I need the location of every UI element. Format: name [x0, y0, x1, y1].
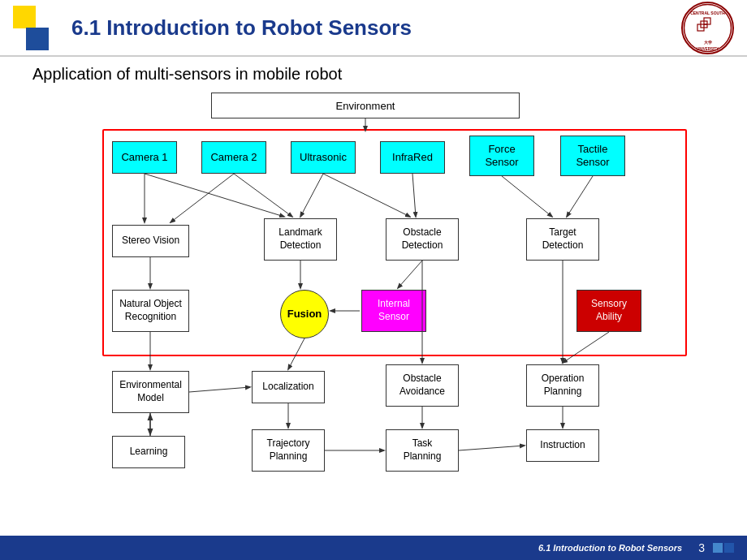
sensor-tactile: TactileSensor [560, 136, 625, 176]
page-title: 6.1 Introduction to Robot Sensors [71, 15, 681, 41]
footer-squares [713, 543, 734, 553]
svg-line-26 [189, 387, 250, 392]
university-logo: CENTRAL SOUTH 大学 UNIVERSITY [681, 2, 734, 54]
learning: Learning [112, 436, 185, 468]
footer-square1 [713, 543, 723, 553]
target-detection: TargetDetection [526, 218, 599, 261]
landmark-detection: LandmarkDetection [264, 218, 337, 261]
environment-box: Environment [211, 93, 520, 118]
operation-planning: OperationPlanning [526, 364, 599, 407]
footer-page: 3 [698, 541, 705, 554]
sensor-infrared: InfraRed [380, 141, 445, 174]
sensor-force: ForceSensor [469, 136, 534, 176]
svg-text:CENTRAL SOUTH: CENTRAL SOUTH [690, 11, 725, 15]
environmental-model: EnvironmentalModel [112, 371, 189, 413]
stereo-vision: Stereo Vision [112, 225, 189, 257]
trajectory-planning: TrajectoryPlanning [252, 429, 325, 472]
sensor-camera2: Camera 2 [201, 141, 266, 174]
header: 6.1 Introduction to Robot Sensors CENTRA… [0, 0, 747, 57]
instruction: Instruction [526, 429, 599, 462]
task-planning: TaskPlanning [386, 429, 459, 472]
sensor-camera1: Camera 1 [112, 141, 177, 174]
logo-block [13, 6, 62, 50]
natural-object-recognition: Natural ObjectRecognition [112, 290, 189, 332]
svg-line-31 [459, 446, 525, 450]
footer-square2 [724, 543, 734, 553]
svg-text:大学: 大学 [703, 40, 712, 45]
localization: Localization [252, 371, 325, 403]
footer: 6.1 Introduction to Robot Sensors 3 [0, 536, 747, 560]
obstacle-avoidance: ObstacleAvoidance [386, 364, 459, 407]
fusion: Fusion [280, 290, 329, 338]
logo-blue [26, 28, 49, 50]
sensory-ability: SensoryAbility [576, 290, 641, 332]
footer-text: 6.1 Introduction to Robot Sensors [538, 543, 682, 553]
diagram-container: Environment Camera 1 Camera 2 Ultrasonic… [24, 88, 723, 486]
subtitle: Application of multi-sensors in mobile r… [0, 57, 747, 88]
environment-label: Environment [336, 100, 395, 112]
internal-sensor: InternalSensor [361, 290, 426, 332]
logo-yellow [13, 6, 36, 28]
sensor-ultrasonic: Ultrasonic [291, 141, 356, 174]
obstacle-detection: ObstacleDetection [386, 218, 459, 261]
svg-text:UNIVERSITY: UNIVERSITY [697, 47, 719, 51]
